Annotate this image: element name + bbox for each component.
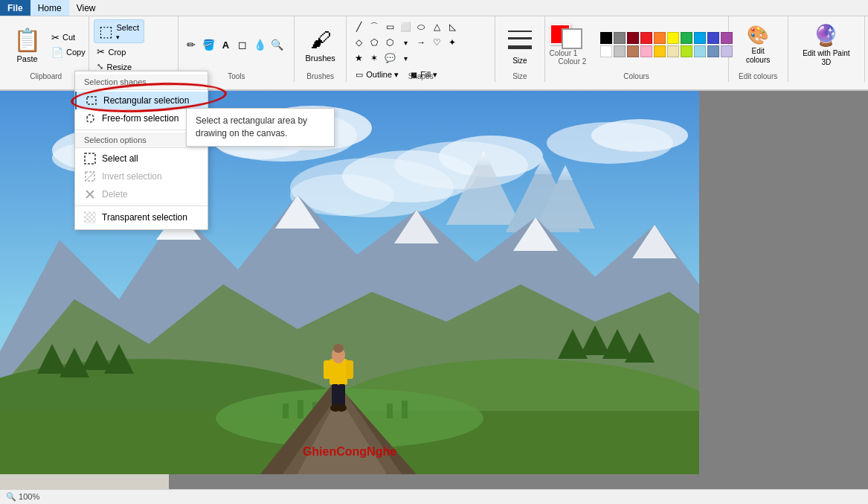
rectangular-selection-item[interactable]: Rectangular selection: [75, 92, 208, 109]
status-bar: 🔍 100%: [0, 489, 868, 504]
tooltip-text: Select a rectangular area by drawing on …: [196, 115, 307, 138]
select-all-item[interactable]: Select all: [75, 150, 208, 168]
free-form-selection-label: Free-form selection: [102, 113, 179, 124]
select-button[interactable]: ⬚ Select ▾: [94, 19, 144, 43]
size-button[interactable]: Size: [499, 22, 541, 68]
swatch-steelblue[interactable]: [707, 45, 719, 57]
fill-tool[interactable]: 🪣: [200, 36, 216, 53]
swatch-white[interactable]: [600, 45, 612, 57]
swatch-brown[interactable]: [627, 45, 639, 57]
hexagon-shape[interactable]: ⬡: [382, 35, 397, 50]
edit-colours-label: Edit colours: [739, 47, 777, 65]
swatch-lightgray[interactable]: [614, 45, 626, 57]
swatch-cyan[interactable]: [694, 32, 706, 44]
zoom-icon: 🔍: [6, 492, 16, 501]
right-triangle-shape[interactable]: ◺: [445, 19, 460, 34]
copy-label: Copy: [66, 48, 86, 57]
paste-icon: 📋: [13, 27, 41, 53]
swatch-skyblue[interactable]: [694, 45, 706, 57]
crop-button[interactable]: ✂ Crop: [94, 45, 140, 59]
paint3d-icon: 🔮: [813, 23, 839, 48]
copy-button[interactable]: 📄 Copy: [48, 45, 89, 60]
brushes-label: Brushes: [306, 54, 335, 63]
edit-paint3d-content: 🔮 Edit with Paint 3D: [793, 19, 860, 70]
colours-content: Colour 1 Colour 2: [550, 19, 724, 70]
crop-icon: ✂: [97, 46, 105, 57]
swatch-pink[interactable]: [640, 45, 652, 57]
swatch-darkred[interactable]: [627, 32, 639, 44]
cut-label: Cut: [62, 33, 75, 42]
colours-group-label: Colours: [545, 72, 728, 80]
swatch-yellow[interactable]: [667, 32, 679, 44]
selection-shapes-section: Selection shapes: [75, 74, 208, 90]
menu-view[interactable]: View: [69, 0, 103, 16]
magnify-tool[interactable]: 🔍: [269, 36, 285, 53]
colour1-row: [550, 24, 593, 45]
swatch-green[interactable]: [681, 32, 692, 44]
delete-icon: [84, 188, 96, 200]
svg-rect-39: [283, 403, 289, 418]
transparent-selection-item[interactable]: Transparent selection: [75, 208, 208, 226]
menu-home[interactable]: Home: [30, 0, 69, 16]
brushes-button[interactable]: 🖌 Brushes: [300, 25, 341, 66]
svg-rect-57: [87, 97, 96, 104]
more-shapes2[interactable]: ▾: [398, 51, 413, 66]
size-content: Size: [499, 19, 541, 70]
heart-shape[interactable]: ♡: [429, 35, 444, 50]
swatch-lime[interactable]: [681, 45, 692, 57]
edit-paint3d-group: 🔮 Edit with Paint 3D: [788, 16, 865, 82]
swatch-cream[interactable]: [667, 45, 679, 57]
tooltip-box: Select a rectangular area by drawing on …: [186, 108, 335, 147]
brushes-content: 🖌 Brushes: [300, 19, 341, 70]
arrow-shape[interactable]: →: [414, 35, 428, 50]
colour-swatches: [600, 32, 733, 57]
size-group-label: Size: [495, 72, 544, 80]
delete-item: Delete: [75, 185, 208, 203]
shapes-palette: ╱ ⌒ ▭ ⬜ ⬭ △ ◺ ◇ ⬠ ⬡ ▾ → ♡ ✦ ★ ✶ 💬 ▾: [351, 19, 470, 66]
ellipse-shape[interactable]: ⬭: [414, 19, 428, 34]
select-icon: ⬚: [99, 22, 113, 40]
svg-rect-40: [298, 400, 303, 418]
svg-point-49: [333, 344, 344, 353]
main-colour-boxes: Colour 1 Colour 2: [550, 24, 593, 66]
eraser-tool[interactable]: ◻: [234, 36, 251, 53]
swatch-blue[interactable]: [707, 32, 719, 44]
line-shape[interactable]: ╱: [351, 19, 366, 34]
swatch-orange[interactable]: [654, 32, 666, 44]
star5-shape[interactable]: ★: [351, 51, 366, 66]
rect-shape[interactable]: ▭: [382, 19, 397, 34]
zoom-value: 100%: [19, 492, 39, 501]
star4-shape[interactable]: ✦: [445, 35, 460, 50]
swatch-red[interactable]: [640, 32, 652, 44]
svg-rect-53: [338, 384, 345, 406]
colorpick-tool[interactable]: 💧: [251, 36, 268, 53]
shapes-group: ╱ ⌒ ▭ ⬜ ⬭ △ ◺ ◇ ⬠ ⬡ ▾ → ♡ ✦ ★ ✶ 💬 ▾: [347, 16, 495, 82]
size-label: Size: [512, 57, 527, 65]
size-line3: [508, 45, 532, 49]
rectangular-selection-label: Rectangular selection: [103, 95, 189, 106]
star6-shape[interactable]: ✶: [367, 51, 382, 66]
svg-line-60: [86, 172, 94, 181]
svg-rect-42: [387, 403, 393, 418]
callout-shape[interactable]: 💬: [382, 51, 397, 66]
menu-file[interactable]: File: [0, 0, 30, 16]
text-tool[interactable]: A: [217, 36, 234, 53]
more-shapes[interactable]: ▾: [398, 35, 413, 50]
paste-button[interactable]: 📋 Paste: [7, 24, 47, 66]
svg-rect-52: [332, 384, 338, 406]
swatch-black[interactable]: [600, 32, 612, 44]
edit-paint3d-button[interactable]: 🔮 Edit with Paint 3D: [793, 20, 860, 70]
free-form-selection-icon: [84, 112, 96, 124]
pencil-tool[interactable]: ✏: [183, 36, 199, 53]
rounded-rect-shape[interactable]: ⬜: [398, 19, 413, 34]
swatch-gold[interactable]: [654, 45, 666, 57]
curve-shape[interactable]: ⌒: [367, 19, 382, 34]
swatch-gray1[interactable]: [614, 32, 626, 44]
edit-colours-button[interactable]: 🎨 Edit colours: [733, 22, 783, 68]
brush-icon: 🖌: [310, 28, 331, 52]
cut-button[interactable]: ✂ Cut: [48, 31, 89, 45]
triangle-shape[interactable]: △: [429, 19, 444, 34]
diamond-shape[interactable]: ◇: [351, 35, 366, 50]
pentagon-shape[interactable]: ⬠: [367, 35, 382, 50]
colour2-box[interactable]: [562, 28, 582, 49]
